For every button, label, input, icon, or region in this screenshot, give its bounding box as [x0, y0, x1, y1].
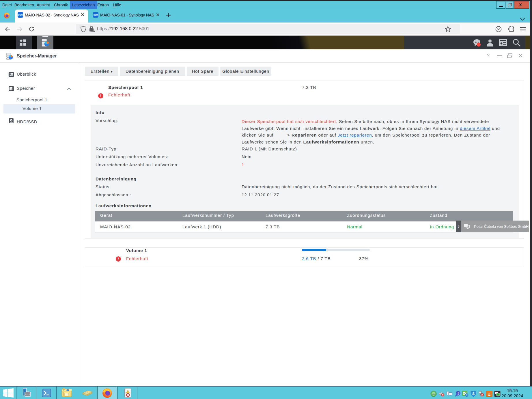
- svg-text:S: S: [472, 392, 475, 396]
- svg-text:?: ?: [466, 394, 467, 396]
- svg-text:sbx: sbx: [432, 393, 435, 395]
